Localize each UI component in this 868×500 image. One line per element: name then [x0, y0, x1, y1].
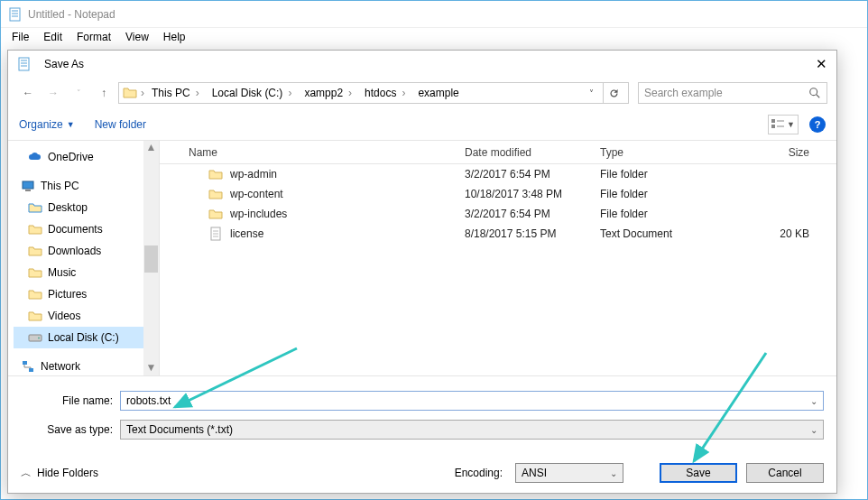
filename-label: File name:	[21, 394, 120, 407]
pictures-icon	[28, 287, 42, 301]
address-bar[interactable]: › This PC Local Disk (C:) xampp2 htdocs …	[118, 82, 629, 104]
file-type: File folder	[593, 208, 728, 220]
filename-input[interactable]: robots.txt ⌄	[120, 391, 824, 411]
view-options-button[interactable]: ▼	[768, 115, 799, 134]
search-input[interactable]: Search example	[638, 82, 827, 104]
file-name: wp-admin	[230, 168, 277, 181]
col-type[interactable]: Type	[593, 146, 728, 159]
tree-item-label: Music	[48, 266, 76, 279]
hide-folders-button[interactable]: ︿ Hide Folders	[21, 466, 98, 481]
tree-item[interactable]: Desktop	[14, 197, 159, 218]
menu-help[interactable]: Help	[156, 29, 193, 45]
chevron-down-icon: ▼	[67, 120, 75, 129]
dialog-titlebar: Save As ✕	[8, 51, 836, 78]
col-date[interactable]: Date modified	[457, 146, 593, 159]
menu-file[interactable]: File	[5, 29, 36, 45]
notepad-title: Untitled - Notepad	[28, 8, 115, 21]
saveastype-select[interactable]: Text Documents (*.txt) ⌄	[120, 420, 824, 440]
col-size[interactable]: Size	[728, 146, 836, 159]
folder-icon	[123, 86, 137, 100]
chevron-down-icon[interactable]: ⌄	[810, 396, 817, 406]
crumb-htdocs[interactable]: htdocs	[361, 83, 414, 103]
pc-icon	[21, 179, 35, 193]
recent-dropdown[interactable]: ˅	[68, 82, 89, 104]
col-name[interactable]: Name	[160, 146, 457, 159]
notepad-icon	[8, 7, 23, 22]
svg-rect-19	[29, 368, 33, 372]
music-icon	[28, 265, 42, 280]
menu-format[interactable]: Format	[69, 29, 118, 45]
search-icon	[808, 87, 821, 99]
cancel-button[interactable]: Cancel	[746, 463, 824, 483]
file-type: File folder	[593, 188, 728, 200]
tree-item-label: Local Disk (C:)	[48, 331, 119, 344]
tree-item[interactable]: Downloads	[14, 240, 159, 262]
crumb-this-pc[interactable]: This PC	[148, 83, 208, 103]
crumb-example[interactable]: example	[414, 83, 462, 103]
chevron-down-icon[interactable]: ⌄	[810, 425, 817, 435]
svg-rect-15	[25, 190, 31, 191]
file-row[interactable]: wp-content10/18/2017 3:48 PMFile folder	[160, 184, 836, 204]
tree-item-label: Pictures	[48, 288, 87, 301]
svg-rect-0	[10, 8, 20, 21]
encoding-select[interactable]: ANSI ⌄	[515, 463, 623, 483]
tree-item-label: Videos	[48, 310, 80, 322]
crumb-xampp2[interactable]: xampp2	[300, 83, 361, 103]
tree-item-label: Network	[41, 360, 80, 373]
cloud-icon	[28, 150, 42, 164]
up-button[interactable]: ↑	[93, 82, 115, 104]
tree-item[interactable]: Local Disk (C:)	[14, 327, 159, 348]
file-row[interactable]: wp-includes3/2/2017 6:54 PMFile folder	[160, 204, 836, 224]
search-placeholder: Search example	[644, 87, 808, 99]
close-button[interactable]: ✕	[791, 56, 827, 72]
dialog-toolbar: Organize ▼ New folder ▼ ?	[8, 108, 836, 141]
svg-rect-11	[771, 125, 775, 128]
tree-item[interactable]: Network	[14, 356, 159, 375]
tree-item-label: Downloads	[48, 245, 101, 257]
folder-icon	[208, 167, 223, 181]
tree-scrollbar[interactable]: ▲▼	[143, 141, 159, 375]
chevron-up-icon: ︿	[21, 466, 32, 481]
tree-item[interactable]: OneDrive	[14, 146, 159, 168]
file-date: 10/18/2017 3:48 PM	[457, 188, 593, 200]
navigation-tree: OneDriveThis PCDesktopDocumentsDownloads…	[8, 141, 160, 375]
file-row[interactable]: wp-admin3/2/2017 6:54 PMFile folder	[160, 164, 836, 184]
chevron-down-icon[interactable]: ˅	[589, 88, 594, 98]
tree-item[interactable]: Music	[14, 262, 159, 283]
tree-item[interactable]: This PC	[14, 175, 159, 197]
svg-line-9	[817, 95, 820, 98]
tree-item[interactable]: Videos	[14, 305, 159, 327]
svg-rect-18	[23, 361, 27, 365]
new-folder-button[interactable]: New folder	[95, 118, 146, 131]
back-button[interactable]: ←	[17, 82, 39, 104]
tree-item-label: Desktop	[48, 201, 88, 214]
file-row[interactable]: license8/18/2017 5:15 PMText Document20 …	[160, 224, 836, 244]
tree-item-label: This PC	[41, 180, 79, 192]
file-name: license	[230, 227, 263, 240]
chevron-down-icon[interactable]: ⌄	[610, 468, 617, 478]
forward-button[interactable]: →	[42, 82, 64, 104]
organize-button[interactable]: Organize ▼	[19, 118, 75, 131]
videos-icon	[28, 309, 42, 323]
downloads-icon	[28, 244, 42, 258]
svg-rect-10	[771, 119, 775, 123]
file-name: wp-includes	[230, 208, 287, 220]
column-headers: Name Date modified Type Size	[160, 141, 836, 164]
menu-edit[interactable]: Edit	[36, 29, 69, 45]
menu-view[interactable]: View	[118, 29, 156, 45]
svg-point-17	[38, 338, 40, 339]
tree-item[interactable]: Pictures	[14, 283, 159, 305]
file-size: 20 KB	[728, 227, 836, 240]
saveastype-value: Text Documents (*.txt)	[126, 423, 233, 436]
refresh-button[interactable]	[603, 83, 624, 103]
tree-item-label: OneDrive	[48, 151, 94, 163]
save-button[interactable]: Save	[660, 463, 737, 483]
tree-item[interactable]: Documents	[14, 218, 159, 240]
file-icon	[208, 227, 223, 241]
crumb-local-disk[interactable]: Local Disk (C:)	[208, 83, 301, 103]
documents-icon	[28, 222, 42, 236]
button-row: ︿ Hide Folders Encoding: ANSI ⌄ Save Can…	[8, 447, 836, 483]
scrollbar-thumb[interactable]	[144, 245, 158, 273]
file-date: 8/18/2017 5:15 PM	[457, 227, 593, 240]
help-button[interactable]: ?	[809, 116, 826, 133]
